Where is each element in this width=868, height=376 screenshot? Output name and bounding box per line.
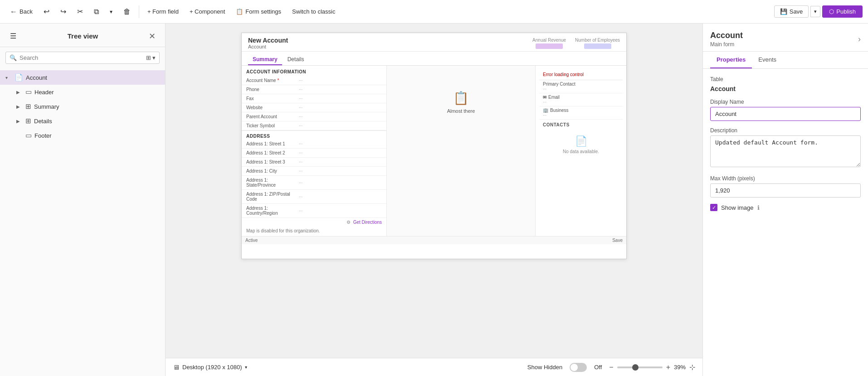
form-right-col: Error loading control Primary Contact ··… bbox=[536, 66, 626, 236]
cut-button[interactable]: ✂ bbox=[73, 5, 88, 18]
timeline-text: Almost there bbox=[447, 108, 475, 114]
toolbar-right: 💾 Save ▾ ⬡ Publish bbox=[774, 5, 863, 18]
toggle-off-label: Off bbox=[594, 364, 602, 371]
hamburger-button[interactable]: ☰ bbox=[7, 30, 19, 42]
chevron-right-icon-header: ▶ bbox=[16, 90, 23, 95]
get-directions-icon: ⚙ bbox=[346, 220, 351, 225]
field-city: Address 1: City ··· bbox=[242, 167, 386, 176]
redo-button[interactable]: ↪ bbox=[56, 5, 71, 18]
right-panel-nav-icon[interactable]: › bbox=[858, 34, 861, 44]
rp-tab-properties[interactable]: Properties bbox=[710, 52, 752, 68]
save-icon: 💾 bbox=[780, 8, 787, 15]
get-directions-link[interactable]: Get Directions bbox=[353, 220, 382, 225]
canvas-content: Annual Revenue Number of Employees New A… bbox=[166, 24, 702, 358]
publish-button[interactable]: ⬡ Publish bbox=[822, 5, 863, 18]
zoom-minus-button[interactable]: − bbox=[609, 363, 613, 371]
dropdown-button[interactable]: ▾ bbox=[105, 6, 117, 17]
description-textarea[interactable]: Updated default Account form. bbox=[710, 135, 861, 167]
rp-content: Table Account Display Name Description U… bbox=[703, 69, 868, 222]
zoom-slider[interactable] bbox=[617, 366, 663, 368]
no-data-text: No data available. bbox=[563, 149, 599, 154]
field-website: Website ··· bbox=[242, 103, 386, 112]
right-panel-header: Account Main form › bbox=[703, 24, 868, 52]
tab-details[interactable]: Details bbox=[283, 54, 309, 65]
chevron-right-icon-summary: ▶ bbox=[16, 104, 23, 109]
form-preview: Annual Revenue Number of Employees New A… bbox=[241, 33, 627, 259]
field-country: Address 1: Country/Region ··· bbox=[242, 204, 386, 218]
form-body: ACCOUNT INFORMATION Account Name * ··· P… bbox=[242, 66, 626, 236]
show-image-checkbox[interactable]: ✓ bbox=[710, 204, 717, 211]
tree-item-header[interactable]: ▶ ▭ Header bbox=[13, 85, 165, 99]
show-image-label: Show image bbox=[721, 204, 754, 211]
tree-item-details[interactable]: ▶ ⊞ Details bbox=[13, 114, 165, 128]
main-area: ☰ Tree view ✕ 🔍 ⊞ ▾ ▾ 📄 Account ▶ bbox=[0, 24, 868, 376]
section-icon-header: ▭ bbox=[25, 88, 32, 96]
form-settings-button[interactable]: 📋 Form settings bbox=[231, 6, 286, 17]
tree-summary-label: Summary bbox=[34, 103, 160, 110]
info-icon[interactable]: ℹ bbox=[757, 204, 760, 211]
right-panel-title-row: Account Main form › bbox=[710, 31, 861, 48]
copy-button[interactable]: ⧉ bbox=[89, 5, 103, 18]
tree-item-summary[interactable]: ▶ ⊞ Summary bbox=[13, 99, 165, 114]
save-caret-button[interactable]: ▾ bbox=[810, 6, 820, 17]
annual-revenue-meta: Annual Revenue bbox=[532, 38, 566, 50]
back-label: Back bbox=[20, 8, 33, 15]
field-state: Address 1: State/Province ··· bbox=[242, 176, 386, 190]
filter-button[interactable]: ⊞ ▾ bbox=[146, 54, 156, 61]
tree-item-footer[interactable]: ▶ ▭ Footer bbox=[13, 128, 165, 143]
section-icon-summary: ⊞ bbox=[25, 102, 31, 111]
form-icon: 📄 bbox=[15, 73, 23, 82]
tree-item-account-root[interactable]: ▾ 📄 Account bbox=[0, 70, 165, 85]
search-input[interactable] bbox=[20, 54, 143, 61]
fit-to-screen-icon[interactable]: ⊹ bbox=[689, 363, 695, 371]
error-loading-text: Error loading control bbox=[539, 69, 623, 80]
back-icon: ← bbox=[10, 8, 17, 16]
display-name-input[interactable] bbox=[710, 107, 861, 121]
account-info-title: ACCOUNT INFORMATION bbox=[242, 66, 386, 76]
employees-meta: Number of Employees bbox=[575, 38, 620, 50]
form-left-col: ACCOUNT INFORMATION Account Name * ··· P… bbox=[242, 66, 387, 236]
form-footer-save: Save bbox=[612, 238, 623, 243]
max-width-input[interactable] bbox=[710, 183, 861, 198]
zoom-percent: 39% bbox=[674, 364, 686, 371]
filter-icon: ⊞ bbox=[146, 54, 151, 61]
form-tabs: Summary Details bbox=[242, 52, 626, 66]
desktop-selector[interactable]: 🖥 Desktop (1920 x 1080) ▾ bbox=[173, 363, 247, 371]
chevron-down-icon-root: ▾ bbox=[5, 75, 12, 80]
show-image-row: ✓ Show image ℹ bbox=[710, 204, 861, 211]
email-row: ✉ Email ··· bbox=[539, 93, 623, 106]
delete-button[interactable]: 🗑 bbox=[119, 5, 135, 18]
save-button[interactable]: 💾 Save bbox=[774, 5, 809, 18]
form-field-button[interactable]: + Form field bbox=[143, 6, 183, 17]
switch-classic-button[interactable]: Switch to classic bbox=[288, 6, 340, 17]
separator bbox=[139, 5, 139, 18]
undo-icon: ↩ bbox=[44, 7, 49, 16]
chevron-down-icon: ▾ bbox=[110, 9, 112, 15]
no-data-icon: 📄 bbox=[575, 135, 587, 147]
tree-details-label: Details bbox=[34, 118, 160, 125]
max-width-label: Max Width (pixels) bbox=[710, 175, 861, 182]
right-panel-title: Account bbox=[710, 31, 743, 40]
timeline-area: 📋 Almost there bbox=[387, 66, 535, 138]
field-account-name: Account Name * ··· bbox=[242, 76, 386, 85]
show-hidden-toggle[interactable] bbox=[570, 363, 587, 372]
email-icon: ✉ bbox=[543, 95, 546, 100]
tree-close-button[interactable]: ✕ bbox=[146, 30, 158, 42]
tree-panel: ☰ Tree view ✕ 🔍 ⊞ ▾ ▾ 📄 Account ▶ bbox=[0, 24, 166, 376]
primary-contact-row: Primary Contact ··· bbox=[539, 80, 623, 93]
rp-tab-events[interactable]: Events bbox=[752, 52, 783, 68]
field-street3: Address 1: Street 3 ··· bbox=[242, 158, 386, 167]
section-icon-details: ⊞ bbox=[25, 117, 31, 125]
publish-icon: ⬡ bbox=[829, 8, 834, 15]
display-name-label: Display Name bbox=[710, 99, 861, 105]
field-zip: Address 1: ZIP/Postal Code ··· bbox=[242, 190, 386, 204]
component-button[interactable]: + Component bbox=[185, 6, 229, 17]
tree-footer-label: Footer bbox=[34, 132, 160, 139]
zoom-plus-button[interactable]: + bbox=[666, 363, 670, 371]
tab-summary[interactable]: Summary bbox=[248, 54, 282, 65]
right-section: Error loading control Primary Contact ··… bbox=[536, 66, 626, 166]
field-street1: Address 1: Street 1 ··· bbox=[242, 140, 386, 149]
desktop-label: Desktop (1920 x 1080) bbox=[182, 364, 242, 371]
undo-button[interactable]: ↩ bbox=[39, 5, 54, 18]
back-button[interactable]: ← Back bbox=[5, 5, 37, 18]
